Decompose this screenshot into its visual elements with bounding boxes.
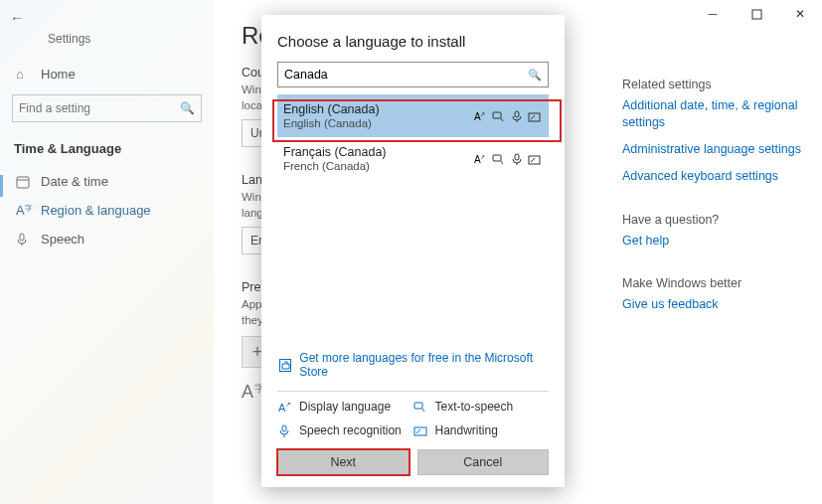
handwriting-icon bbox=[413, 424, 427, 436]
svg-text:↗: ↗ bbox=[480, 111, 485, 117]
language-search[interactable]: 🔍 bbox=[277, 62, 549, 87]
capabilities-icons: A↗ bbox=[474, 153, 541, 165]
result-native: Français (Canada) bbox=[283, 145, 387, 159]
link-feedback[interactable]: Give us feedback bbox=[622, 296, 808, 313]
nav-label: Home bbox=[41, 67, 76, 82]
legend-handwriting: Handwriting bbox=[413, 423, 550, 437]
speech-recognition-icon bbox=[277, 424, 291, 437]
language-results: English (Canada) English (Canada) A↗ Fra… bbox=[277, 93, 549, 180]
close-button[interactable]: ✕ bbox=[778, 0, 822, 28]
result-english: English (Canada) bbox=[283, 117, 380, 129]
link-regional-settings[interactable]: Additional date, time, & regional settin… bbox=[622, 97, 808, 131]
nav-label: Region & language bbox=[41, 203, 151, 218]
svg-text:↗: ↗ bbox=[285, 401, 291, 408]
display-language-icon: A↗ bbox=[277, 401, 291, 414]
nav-date-time[interactable]: Date & time bbox=[0, 167, 214, 196]
display-language-icon: A↗ bbox=[474, 110, 486, 122]
speech-recognition-icon bbox=[512, 110, 522, 122]
text-to-speech-icon bbox=[413, 401, 427, 413]
link-admin-language[interactable]: Administrative language settings bbox=[622, 141, 808, 158]
svg-rect-3 bbox=[20, 234, 24, 241]
language-result-english-canada[interactable]: English (Canada) English (Canada) A↗ bbox=[277, 94, 549, 137]
feedback-header: Make Windows better bbox=[622, 276, 808, 290]
result-english: French (Canada) bbox=[283, 160, 387, 172]
link-get-help[interactable]: Get help bbox=[622, 233, 808, 250]
legend-speech-recognition: Speech recognition bbox=[277, 423, 413, 437]
related-header: Related settings bbox=[622, 78, 808, 91]
display-language-icon: A↗ bbox=[474, 153, 486, 165]
related-pane: Related settings Additional date, time, … bbox=[608, 30, 822, 323]
capabilities-legend: A↗ Display language Text-to-speech Speec… bbox=[277, 391, 549, 437]
settings-sidebar: ← Settings ⌂ Home 🔍 Time & Language Date… bbox=[0, 0, 214, 504]
language-result-french-canada[interactable]: Français (Canada) French (Canada) A↗ bbox=[277, 137, 549, 180]
microphone-icon bbox=[16, 233, 31, 247]
help-header: Have a question? bbox=[622, 213, 808, 227]
nav-label: Speech bbox=[41, 232, 84, 247]
ms-store-languages-link[interactable]: Get more languages for free in the Micro… bbox=[277, 345, 549, 385]
link-keyboard-settings[interactable]: Advanced keyboard settings bbox=[622, 168, 808, 185]
svg-rect-20 bbox=[282, 425, 286, 431]
result-native: English (Canada) bbox=[283, 102, 380, 116]
store-link-label: Get more languages for free in the Micro… bbox=[299, 351, 549, 379]
minimize-button[interactable]: ─ bbox=[691, 0, 735, 28]
back-button[interactable]: ← bbox=[0, 6, 214, 30]
speech-recognition-icon bbox=[512, 153, 522, 165]
choose-language-dialog: Choose a language to install 🔍 English (… bbox=[261, 15, 565, 487]
svg-rect-0 bbox=[752, 10, 761, 19]
svg-text:↗: ↗ bbox=[480, 154, 485, 160]
language-search-input[interactable] bbox=[284, 68, 528, 82]
svg-rect-8 bbox=[515, 111, 519, 117]
calendar-icon bbox=[16, 175, 31, 189]
svg-rect-13 bbox=[493, 155, 501, 161]
svg-rect-1 bbox=[17, 177, 29, 188]
next-button[interactable]: Next bbox=[277, 449, 410, 475]
svg-rect-19 bbox=[414, 403, 422, 409]
settings-search-input[interactable] bbox=[19, 101, 180, 115]
home-icon: ⌂ bbox=[16, 67, 31, 82]
svg-rect-14 bbox=[515, 154, 519, 160]
nav-section-header: Time & Language bbox=[0, 134, 214, 163]
dialog-title: Choose a language to install bbox=[277, 33, 549, 50]
svg-rect-22 bbox=[414, 427, 426, 435]
capabilities-icons: A↗ bbox=[474, 110, 541, 122]
nav-label: Date & time bbox=[41, 174, 108, 189]
settings-search[interactable]: 🔍 bbox=[12, 94, 202, 122]
nav-region-language[interactable]: A字 Region & language bbox=[0, 196, 214, 225]
svg-rect-16 bbox=[529, 156, 540, 164]
legend-text-to-speech: Text-to-speech bbox=[413, 400, 550, 414]
cancel-button[interactable]: Cancel bbox=[417, 449, 550, 475]
nav-home[interactable]: ⌂ Home bbox=[0, 60, 214, 88]
svg-rect-10 bbox=[529, 113, 540, 121]
app-title: Settings bbox=[48, 32, 214, 46]
text-to-speech-icon bbox=[492, 153, 506, 165]
search-icon: 🔍 bbox=[528, 69, 542, 82]
handwriting-icon bbox=[528, 110, 541, 122]
handwriting-icon bbox=[528, 153, 541, 165]
search-icon: 🔍 bbox=[180, 101, 195, 115]
store-icon bbox=[279, 359, 291, 372]
legend-display-language: A↗ Display language bbox=[277, 400, 413, 414]
svg-rect-7 bbox=[493, 112, 501, 118]
nav-speech[interactable]: Speech bbox=[0, 225, 214, 253]
language-icon: A字 bbox=[16, 203, 31, 218]
maximize-button[interactable] bbox=[735, 0, 778, 28]
text-to-speech-icon bbox=[492, 110, 506, 122]
